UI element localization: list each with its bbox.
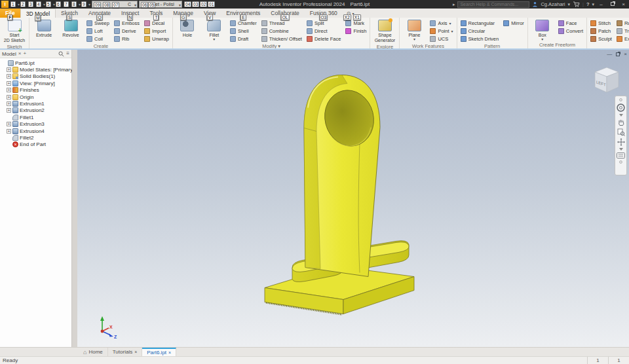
tree-item-fillet2[interactable]: Fillet2 (1, 134, 71, 141)
extend-button[interactable]: Extend (615, 35, 629, 43)
tab-manage[interactable]: ManageG (168, 9, 199, 18)
expand-icon[interactable]: + (7, 95, 11, 100)
qat-button-9[interactable]: 9 (81, 1, 88, 8)
tab-annotate[interactable]: AnnotateQ (83, 9, 116, 18)
part-model[interactable] (256, 62, 426, 321)
extrude-button[interactable]: Extrude (31, 18, 57, 43)
doc-tab-tutorials[interactable]: Tutorials× (108, 348, 142, 356)
derive-button[interactable]: Derive (112, 27, 142, 35)
qat-button-1[interactable]: 1 (10, 1, 18, 8)
panel-label-sketch[interactable]: Sketch (1, 43, 28, 50)
patch-button[interactable]: Patch (588, 27, 614, 35)
ucs-button[interactable]: UCS (428, 35, 455, 43)
document-close-button[interactable]: × (624, 51, 627, 57)
expand-icon[interactable]: + (7, 81, 11, 86)
finish-button[interactable]: Finish (343, 27, 368, 35)
browser-menu-icon[interactable]: ≡ (66, 50, 69, 57)
point-button[interactable]: Point▾ (428, 27, 455, 35)
doc-tab-home[interactable]: ⌂Home (79, 348, 108, 356)
appearance-combobox[interactable]: 06 05 et - Polisl ▾ (139, 1, 182, 8)
panel-splitter[interactable] (72, 50, 77, 347)
qat-button-6[interactable]: 6 (55, 1, 63, 8)
coil-button[interactable]: Coil (85, 35, 111, 43)
document-restore-button[interactable] (616, 52, 620, 56)
tree-item-extrusion4[interactable]: +Extrusion4 (1, 128, 71, 134)
chevron-down-icon[interactable]: ▾ (451, 29, 453, 33)
direct-button[interactable]: Direct (305, 27, 343, 35)
chevron-down-icon[interactable] (619, 114, 623, 117)
navigation-wheel-icon[interactable] (617, 103, 625, 112)
tab-inspect[interactable]: InspectN (116, 9, 144, 18)
start-2d-sketch-button[interactable]: Start2D Sketch (1, 18, 28, 43)
mirror-button[interactable]: Mirror (501, 19, 526, 27)
qat-button-3[interactable]: 3 (28, 1, 35, 8)
close-button[interactable]: × (619, 0, 628, 9)
user-icon[interactable] (532, 1, 538, 7)
ribbon-display-options-button[interactable]: ⊙ ▾ X2 X1 (343, 9, 358, 18)
sculpt-button[interactable]: Sculpt (588, 35, 614, 43)
thicken-offset-button[interactable]: Thicken/ Offset (259, 35, 304, 43)
axis-button[interactable]: Axis▾ (428, 19, 455, 27)
qat-button-01[interactable]: 01 (207, 1, 215, 8)
browser-tab-model[interactable]: Model (2, 51, 16, 57)
navbar-dot-icon[interactable] (619, 160, 622, 164)
orbit-icon[interactable] (617, 138, 625, 146)
tree-item-solid-bodies-1[interactable]: +Solid Bodies(1) (1, 73, 71, 80)
tab-sketch[interactable]: SketchS (56, 9, 83, 18)
trim-button[interactable]: Trim (615, 27, 629, 35)
tree-item-origin[interactable]: +Origin (1, 94, 71, 100)
panel-label-create-freeform[interactable]: Create Freeform (529, 41, 585, 48)
tab-tools[interactable]: ToolsT (144, 9, 168, 18)
search-expand-icon[interactable]: ▸ (453, 2, 455, 7)
signed-in-user[interactable]: Cg.Azahari (541, 1, 565, 7)
face-button[interactable]: Face (556, 19, 585, 27)
emboss-button[interactable]: Emboss (112, 19, 142, 27)
chevron-down-icon[interactable]: ▾ (179, 3, 181, 7)
panel-label-surface[interactable]: Surface (588, 43, 629, 50)
qat-button-5[interactable]: 5 (45, 1, 53, 8)
stitch-button[interactable]: Stitch (588, 19, 614, 27)
tree-item-finishes[interactable]: +Finishes (1, 87, 71, 94)
look-at-icon[interactable] (617, 153, 625, 158)
plane-button[interactable]: Plane▾ (401, 18, 427, 43)
close-icon[interactable]: × (168, 350, 171, 355)
help-icon[interactable]: ? (586, 1, 590, 7)
delete-face-button[interactable]: Delete Face (305, 35, 343, 43)
search-icon[interactable] (58, 51, 64, 57)
rib-button[interactable]: Rib (112, 35, 142, 43)
chevron-down-icon[interactable]: ▾ (568, 2, 571, 7)
tab-fusion-360[interactable]: Fusion 360O3 (305, 9, 343, 18)
expand-icon[interactable]: + (7, 129, 11, 134)
qat-button-02[interactable]: 02 (199, 1, 207, 8)
expand-icon[interactable]: + (7, 108, 11, 113)
view-cube[interactable]: LEFT (590, 63, 624, 97)
close-icon[interactable]: × (134, 350, 137, 354)
tree-item-end-of-part[interactable]: ×End of Part (1, 141, 71, 148)
panel-label-work-features[interactable]: Work Features (401, 43, 455, 50)
sketch-driven-button[interactable]: Sketch Driven (459, 35, 501, 43)
chevron-down-icon[interactable]: ▾ (449, 21, 451, 26)
convert-button[interactable]: Convert (556, 27, 585, 35)
chevron-down-icon[interactable]: ▾ (134, 3, 136, 7)
shape-generator-button[interactable]: ShapeGenerator (372, 18, 398, 43)
tab-environments[interactable]: EnvironmentsE (221, 9, 265, 18)
tree-item-extrusion2[interactable]: +Extrusion2 (1, 107, 71, 114)
hole-button[interactable]: Hole (174, 18, 200, 43)
circular-button[interactable]: Circular (459, 27, 501, 35)
help-search-input[interactable] (457, 1, 529, 8)
qat-button-4[interactable]: 4 (35, 1, 43, 8)
expand-icon[interactable]: + (7, 67, 11, 72)
zoom-icon[interactable] (617, 128, 625, 136)
ruled-surface-button[interactable]: Ruled Surface (615, 19, 629, 27)
rectangular-button[interactable]: Rectangular (459, 19, 501, 27)
doc-tab-part6-ipt[interactable]: Part6.ipt× (142, 348, 176, 356)
expand-icon[interactable]: + (7, 101, 11, 106)
inventor-logo[interactable]: I (1, 1, 9, 8)
expand-icon[interactable]: + (7, 88, 11, 92)
qat-button-7[interactable]: 7 (63, 1, 71, 8)
import-button[interactable]: Import (142, 27, 171, 35)
browser-add-tab-icon[interactable]: + (23, 50, 26, 57)
material-combobox[interactable]: 09 08 07 C ▾ (92, 1, 138, 8)
shell-button[interactable]: Shell (228, 27, 259, 35)
document-minimize-button[interactable]: — (607, 51, 612, 57)
